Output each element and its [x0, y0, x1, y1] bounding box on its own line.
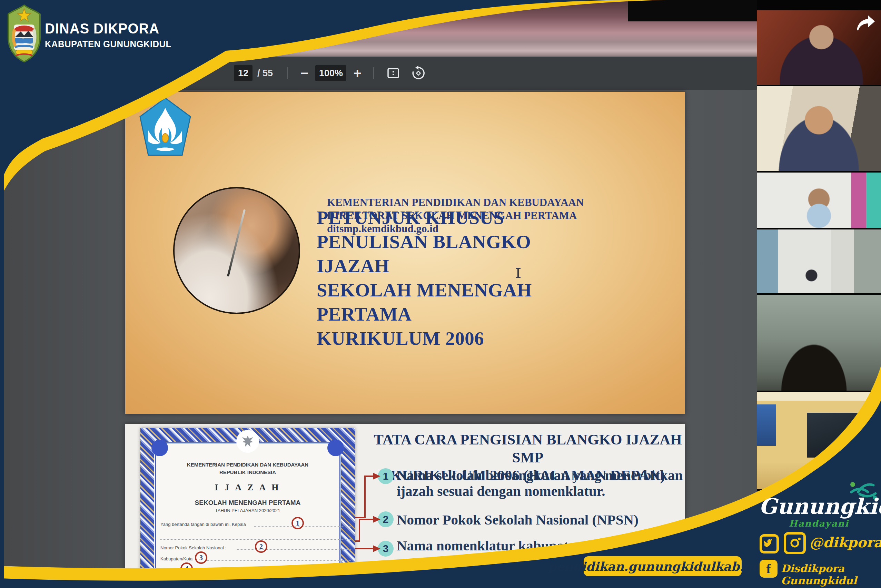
- bottom-window-edge: [0, 584, 788, 588]
- cert-mark-1: 1: [292, 517, 304, 530]
- fit-page-icon[interactable]: [386, 66, 401, 81]
- certificate-corner-ornament-left: [151, 440, 168, 456]
- cert-mark-4: 4: [180, 562, 193, 575]
- participant-video-1[interactable]: [757, 10, 881, 85]
- share-arrow-icon[interactable]: [854, 14, 877, 33]
- page-count-label: / 55: [257, 68, 273, 79]
- certificate-corner-ornament-right: [327, 440, 344, 456]
- participant-video-5[interactable]: [757, 295, 881, 391]
- slide-title: PETUNJUK KHUSUS PENULISAN BLANGKO IJAZAH…: [317, 206, 603, 351]
- title-line3: SEKOLAH MENENGAH PERTAMA: [317, 278, 603, 326]
- pen-in-photo: [227, 209, 246, 277]
- ijazah-certificate-preview: KEMENTERIAN PENDIDIKAN DAN KEBUDAYAAN RE…: [140, 428, 355, 588]
- dark-screen: [807, 413, 859, 458]
- title-line4: KURIKULUM 2006: [317, 326, 603, 351]
- pdf-viewer: 12 / 55 − 100% +: [3, 0, 757, 588]
- cert-title: I J A Z A H: [154, 482, 341, 493]
- meeting-screenshot: 12 / 55 − 100% +: [0, 0, 881, 588]
- social-handle[interactable]: @dikpora_gk: [809, 534, 881, 550]
- zoom-level-input[interactable]: 100%: [315, 65, 346, 81]
- cert-header2: REPUBLIK INDONESIA: [154, 469, 341, 475]
- zoom-out-button[interactable]: −: [300, 66, 309, 80]
- tutwuri-handayani-logo: [138, 97, 192, 158]
- cert-row4-label: Kabupaten/Kota: [160, 556, 192, 561]
- pdf-toolbar: 12 / 55 − 100% +: [3, 57, 757, 90]
- participant-video-3[interactable]: [757, 172, 881, 228]
- gunungkidul-crest-logo: [7, 4, 41, 63]
- text-cursor: [517, 268, 519, 278]
- instagram-icon[interactable]: [784, 532, 806, 554]
- cert-row5b-label: menerangkan bahwa: [281, 567, 323, 573]
- brand-wordmark: Gunungkidul: [759, 496, 879, 517]
- brand-text: Gunungkidul: [759, 494, 881, 519]
- participant-video-2[interactable]: [757, 86, 881, 171]
- cert-year: TAHUN PELAJARAN 2020/2021: [154, 508, 341, 513]
- video-top-letterbox: [628, 0, 757, 21]
- hand-writing-photo: [173, 187, 300, 314]
- cert-row5-label: Provinsi: [160, 567, 176, 573]
- facebook-icon[interactable]: f: [760, 560, 778, 578]
- zoom-in-button[interactable]: +: [353, 66, 361, 80]
- participant-video-4[interactable]: [757, 230, 881, 293]
- cert-row6-label: Nama: [160, 579, 172, 584]
- cert-mark-2: 2: [255, 540, 267, 553]
- title-line2: PENULISAN BLANGKO IJAZAH: [317, 230, 603, 278]
- blue-poster: [757, 404, 776, 446]
- facebook-page-name[interactable]: Disdikpora Gunungkidul: [781, 562, 881, 586]
- gunungkidul-brand-block: Gunungkidul Handayani: [759, 496, 879, 529]
- cert-subtitle: SEKOLAH MENENGAH PERTAMA: [154, 499, 341, 507]
- page-number-input[interactable]: 12: [234, 65, 253, 81]
- participant-video-6[interactable]: [757, 392, 881, 489]
- org-name: DINAS DIKPORA: [45, 20, 225, 37]
- brand-tagline: Handayani: [759, 518, 879, 529]
- cert-mark-3: 3: [195, 551, 207, 564]
- rotate-icon[interactable]: [411, 65, 426, 81]
- cert-row3-label: Nomor Pokok Sekolah Nasional :: [160, 545, 226, 550]
- org-subtitle: KABUPATEN GUNUNGKIDUL: [45, 39, 228, 50]
- org-title-block: DINAS DIKPORA KABUPATEN GUNUNGKIDUL: [45, 20, 238, 50]
- website-pill[interactable]: pendidikan.gunungkidulkab.go.id: [584, 556, 742, 576]
- cert-row1-label: Yang bertanda tangan di bawah ini, Kepal…: [160, 522, 246, 527]
- twitter-icon[interactable]: [760, 534, 779, 554]
- cert-header1: KEMENTERIAN PENDIDIKAN DAN KEBUDAYAAN: [154, 462, 341, 468]
- slide-cover-page: KEMENTERIAN PENDIDIKAN DAN KEBUDAYAAN DI…: [125, 92, 685, 414]
- garuda-emblem: [236, 430, 259, 453]
- title-line1: PETUNJUK KHUSUS: [317, 206, 603, 230]
